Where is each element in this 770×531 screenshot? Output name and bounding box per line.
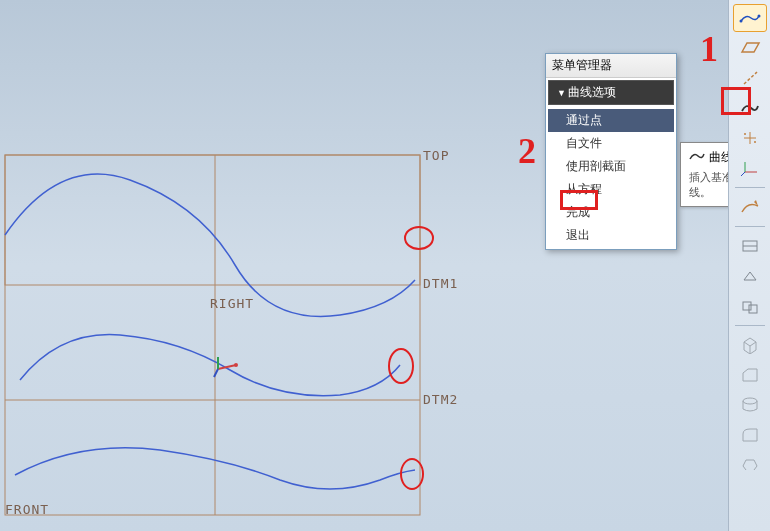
tool-axis-icon[interactable] xyxy=(733,64,767,92)
menu-item-through-points[interactable]: 通过点 xyxy=(548,109,674,132)
svg-point-8 xyxy=(739,20,742,23)
datum-label-top: TOP xyxy=(423,148,449,163)
tool-hole-icon[interactable] xyxy=(733,391,767,419)
menu-item-use-section[interactable]: 使用剖截面 xyxy=(548,155,674,178)
annotation-number-2: 2 xyxy=(518,130,536,172)
tool-chamfer-icon[interactable] xyxy=(733,361,767,389)
right-toolbar xyxy=(728,0,770,531)
svg-rect-0 xyxy=(5,155,420,285)
svg-rect-1 xyxy=(5,155,420,515)
tool-shell-icon[interactable] xyxy=(733,451,767,479)
tool-analysis2-icon[interactable] xyxy=(733,262,767,290)
tool-curve-icon[interactable] xyxy=(733,94,767,122)
tool-sketch-icon[interactable] xyxy=(733,193,767,221)
svg-point-13 xyxy=(744,133,746,135)
menu-item-quit[interactable]: 退出 xyxy=(548,224,674,247)
svg-rect-21 xyxy=(749,305,757,313)
tool-extrude-icon[interactable] xyxy=(733,331,767,359)
datum-label-dtm2: DTM2 xyxy=(423,392,458,407)
svg-line-4 xyxy=(218,365,236,369)
tool-round-icon[interactable] xyxy=(733,421,767,449)
datum-label-right: RIGHT xyxy=(210,296,254,311)
menu-section-header[interactable]: 曲线选项 xyxy=(548,80,674,105)
menu-item-from-equation[interactable]: 从方程 xyxy=(548,178,674,201)
tool-csys-icon[interactable] xyxy=(733,154,767,182)
origin-csys-icon xyxy=(212,355,242,382)
curve-tooltip-icon xyxy=(689,150,705,165)
svg-line-17 xyxy=(741,172,745,176)
svg-point-22 xyxy=(743,398,757,404)
svg-point-14 xyxy=(754,141,756,143)
tool-plane-icon[interactable] xyxy=(733,34,767,62)
menu-item-from-file[interactable]: 自文件 xyxy=(548,132,674,155)
svg-rect-20 xyxy=(743,302,751,310)
datum-label-dtm1: DTM1 xyxy=(423,276,458,291)
svg-point-9 xyxy=(757,15,760,18)
svg-line-7 xyxy=(214,369,218,377)
annotation-number-1: 1 xyxy=(700,28,718,70)
menu-manager-title: 菜单管理器 xyxy=(546,54,676,78)
tool-analysis1-icon[interactable] xyxy=(733,232,767,260)
svg-point-5 xyxy=(234,363,238,367)
menu-item-done[interactable]: 完成 xyxy=(548,201,674,224)
datum-label-front: FRONT xyxy=(5,502,49,517)
tool-point-icon[interactable] xyxy=(733,124,767,152)
svg-line-10 xyxy=(744,72,757,84)
tool-curve-sketch-icon[interactable] xyxy=(733,4,767,32)
menu-manager-panel: 菜单管理器 曲线选项 通过点 自文件 使用剖截面 从方程 完成 退出 xyxy=(545,53,677,250)
tool-analysis3-icon[interactable] xyxy=(733,292,767,320)
